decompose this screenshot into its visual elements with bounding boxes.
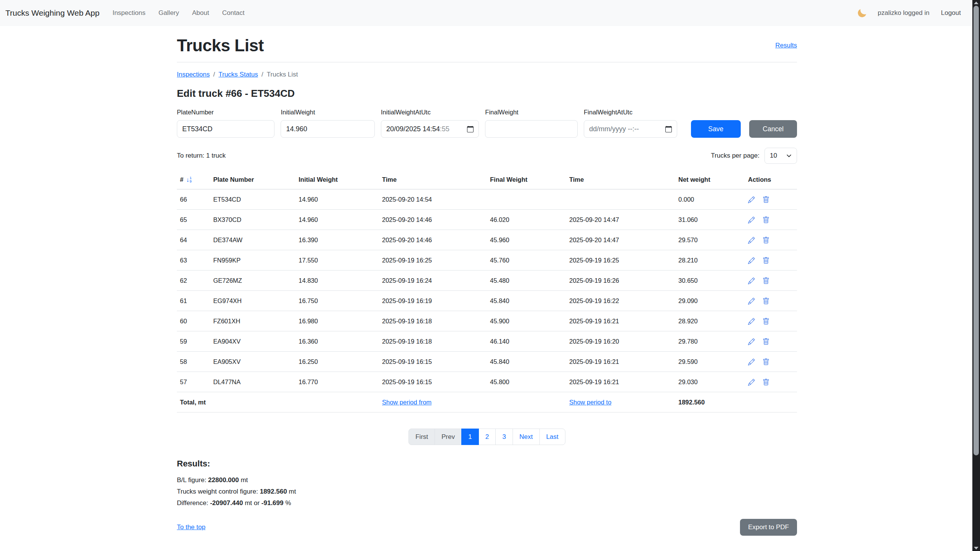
trash-icon[interactable]: [763, 196, 769, 203]
page-1[interactable]: 1: [461, 429, 479, 445]
scrollbar-down-arrow-icon[interactable]: [974, 547, 978, 549]
cell-initial-weight: 16.980: [296, 311, 379, 331]
cell-net-weight: 28.210: [675, 250, 745, 271]
trash-icon[interactable]: [763, 338, 769, 345]
breadcrumb: Inspections / Trucks Status / Trucks Lis…: [177, 71, 797, 78]
nav-item-contact[interactable]: Contact: [222, 9, 245, 17]
cell-final-time: 2025-09-19 16:21: [566, 311, 675, 331]
pencil-icon[interactable]: [748, 257, 755, 264]
final-weight-input[interactable]: [485, 120, 578, 138]
breadcrumb-separator: /: [213, 71, 215, 78]
cell-final-weight: 46.140: [487, 331, 566, 352]
scrollbar-up-arrow-icon[interactable]: [974, 2, 978, 4]
table-row: 63 FN959KP 17.550 2025-09-19 16:25 45.76…: [177, 250, 797, 271]
to-the-top-link[interactable]: To the top: [177, 523, 206, 531]
trash-icon[interactable]: [763, 277, 769, 284]
scrollbar-thumb[interactable]: [973, 6, 979, 455]
cell-initial-weight: 17.550: [296, 250, 379, 271]
nav-item-about[interactable]: About: [192, 9, 209, 17]
cell-final-time: [566, 189, 675, 210]
sort-numeric-down-icon[interactable]: ↓ 19: [186, 176, 191, 183]
nav-links: Inspections Gallery About Contact: [113, 9, 245, 17]
breadcrumb-trucks-status[interactable]: Trucks Status: [219, 71, 258, 78]
cell-final-time: 2025-09-19 16:26: [566, 271, 675, 291]
pencil-icon[interactable]: [748, 237, 755, 244]
cell-initial-weight: 16.750: [296, 291, 379, 311]
nav-item-inspections[interactable]: Inspections: [113, 9, 145, 17]
trash-icon[interactable]: [763, 379, 769, 386]
header-final-weight: Final Weight: [487, 172, 566, 189]
cell-number: 58: [177, 352, 210, 372]
scrollbar[interactable]: [972, 0, 980, 551]
pencil-icon[interactable]: [748, 318, 755, 325]
cell-actions: [745, 372, 797, 392]
cell-net-weight: 0.000: [675, 189, 745, 210]
table-row: 64 DE374AW 16.390 2025-09-20 14:46 45.96…: [177, 230, 797, 250]
results-section: Results: B/L figure: 22800.000 mt Trucks…: [177, 459, 797, 509]
per-page-value: 10: [770, 152, 777, 160]
cell-plate-number: DL477NA: [210, 372, 296, 392]
table-row: 60 FZ601XH 16.980 2025-09-19 16:18 45.90…: [177, 311, 797, 331]
final-weight-at-utc-label: FinalWeightAtUtc: [584, 109, 677, 116]
trucks-table: # ↓ 19 Plate Number Initial Weight Time …: [177, 172, 797, 412]
pencil-icon[interactable]: [748, 217, 755, 223]
cell-net-weight: 29.570: [675, 230, 745, 250]
table-row: 65 BX370CD 14.960 2025-09-20 14:46 46.02…: [177, 210, 797, 230]
calendar-icon[interactable]: [662, 126, 672, 132]
initial-weight-input[interactable]: [281, 120, 375, 138]
nav-item-gallery[interactable]: Gallery: [158, 9, 179, 17]
table-row: 62 GE726MZ 14.830 2025-09-19 16:24 45.48…: [177, 271, 797, 291]
trash-icon[interactable]: [763, 237, 769, 244]
header-initial-time: Time: [379, 172, 487, 189]
cell-number: 59: [177, 331, 210, 352]
plate-number-label: PlateNumber: [177, 109, 274, 116]
pencil-icon[interactable]: [748, 196, 755, 203]
cell-final-time: 2025-09-19 16:21: [566, 372, 675, 392]
per-page-select[interactable]: 10: [764, 148, 797, 164]
pencil-icon[interactable]: [748, 277, 755, 284]
show-period-to-link[interactable]: Show period to: [569, 399, 611, 406]
cell-final-time: 2025-09-19 16:22: [566, 291, 675, 311]
pencil-icon[interactable]: [748, 298, 755, 305]
table-row: 66 ET534CD 14.960 2025-09-20 14:54 0.000: [177, 189, 797, 210]
export-to-pdf-button[interactable]: Export to PDF: [740, 519, 797, 536]
page-last[interactable]: Last: [539, 429, 565, 445]
navbar-right: pzalizko logged in Logout: [858, 9, 961, 17]
save-button[interactable]: Save: [691, 120, 741, 138]
app-brand[interactable]: Trucks Weighing Web App: [5, 8, 100, 18]
header-actions: Actions: [745, 172, 797, 189]
trash-icon[interactable]: [763, 217, 769, 223]
calendar-icon[interactable]: [463, 126, 474, 132]
moon-icon[interactable]: [857, 8, 867, 18]
logout-link[interactable]: Logout: [941, 9, 961, 17]
pencil-icon[interactable]: [748, 338, 755, 345]
cell-initial-time: 2025-09-19 16:18: [379, 311, 487, 331]
cell-final-time: 2025-09-19 16:21: [566, 352, 675, 372]
page-3[interactable]: 3: [495, 429, 513, 445]
cell-initial-weight: 14.830: [296, 271, 379, 291]
breadcrumb-inspections[interactable]: Inspections: [177, 71, 210, 78]
trash-icon[interactable]: [763, 257, 769, 264]
trash-icon[interactable]: [763, 318, 769, 325]
pencil-icon[interactable]: [748, 359, 755, 365]
cell-actions: [745, 291, 797, 311]
page-next[interactable]: Next: [513, 429, 540, 445]
initial-weight-label: InitialWeight: [281, 109, 375, 116]
show-period-from-link[interactable]: Show period from: [382, 399, 431, 406]
chevron-down-icon: [786, 153, 792, 158]
final-weight-at-utc-input[interactable]: dd/mm/yyyy --:--: [584, 120, 677, 138]
initial-weight-at-utc-input[interactable]: 20/09/2025 14:54:55: [381, 120, 479, 138]
trash-icon[interactable]: [763, 359, 769, 365]
cell-initial-time: 2025-09-20 14:54: [379, 189, 487, 210]
cancel-button[interactable]: Cancel: [749, 120, 797, 138]
datetime-value: 20/09/2025 14:54: [386, 125, 440, 133]
results-link[interactable]: Results: [775, 42, 797, 49]
pencil-icon[interactable]: [748, 379, 755, 386]
cell-plate-number: BX370CD: [210, 210, 296, 230]
table-row: 59 EA904XV 16.360 2025-09-19 16:18 46.14…: [177, 331, 797, 352]
cell-number: 61: [177, 291, 210, 311]
cell-number: 60: [177, 311, 210, 331]
plate-number-input[interactable]: [177, 120, 274, 138]
trash-icon[interactable]: [763, 298, 769, 305]
page-2[interactable]: 2: [479, 429, 496, 445]
